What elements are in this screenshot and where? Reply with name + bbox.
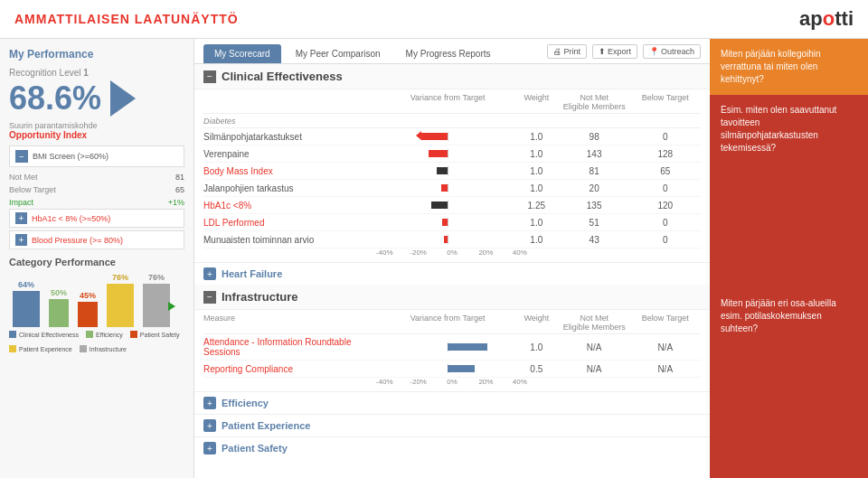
print-btn[interactable]: 🖨 Print <box>547 44 587 59</box>
table-row: Munuaisten toiminnan arvio 1.0 43 0 <box>203 231 701 248</box>
category-title: Category Performance <box>9 257 184 267</box>
top-bar: AMMATTILAISEN LAATUNÄYTTÖ apotti <box>0 0 868 39</box>
clinical-table: Variance from Target Weight Not MetEligi… <box>194 89 710 262</box>
not-met-row: Not Met 81 <box>9 171 184 183</box>
clinical-title: Clinical Effectiveness <box>222 70 343 83</box>
improvement-label: Suurin parantamiskohde <box>9 121 184 130</box>
efficiency-title: Efficiency <box>222 398 269 408</box>
callout-panel: Miten pärjään kollegoihin verrattuna tai… <box>710 39 868 478</box>
infrastructure-toggle[interactable]: − <box>203 291 216 304</box>
export-btn[interactable]: ⬆ Export <box>592 44 637 59</box>
impact-row: Impact +1% <box>9 196 184 209</box>
efficiency-section[interactable]: + Efficiency <box>194 391 710 414</box>
callout-bottom: Miten pärjään eri osa-alueilla esim. pot… <box>710 288 868 478</box>
performance-percent: 68.6% <box>9 80 184 117</box>
table-row: Attendance - Information Roundtable Sess… <box>203 334 701 361</box>
table-row: Jalanpohjien tarkastus 1.0 20 0 <box>203 180 701 197</box>
hba1c-plus-box: + HbA1c < 8% (>=50%) <box>9 209 184 228</box>
patient-experience-section[interactable]: + Patient Experience <box>194 414 710 436</box>
efficiency-toggle[interactable]: + <box>203 397 216 409</box>
clinical-section-header: − Clinical Effectiveness <box>194 64 710 89</box>
heart-failure-title: Heart Failure <box>222 268 282 279</box>
sidebar: My Performance Recognition Level 1 68.6%… <box>0 39 194 478</box>
print-icon: 🖨 <box>553 47 561 56</box>
axis-labels-clinical: -40% -20% 0% 20% 40% <box>203 248 537 257</box>
hba1c-plus-btn[interactable]: + <box>15 212 27 224</box>
infrastructure-table: Measure Variance from Target Weight Not … <box>194 310 710 391</box>
tabs-bar: My Scorecard My Peer Comparison My Progr… <box>194 39 710 64</box>
callout-middle: Esim. miten olen saavuttanut tavoitteen … <box>710 95 868 288</box>
table-row: Silmänpohjatarkastukset 1.0 98 0 <box>203 128 701 145</box>
table-row: Reporting Compliance 0.5 N/A N/A <box>203 361 701 378</box>
outreach-icon: 📍 <box>649 47 659 56</box>
hba1c-label: HbA1c < 8% (>=50%) <box>32 214 110 223</box>
category-chart: 64% 50% 45% 76% <box>9 273 184 352</box>
table-header: Variance from Target Weight Not MetEligi… <box>203 89 701 114</box>
export-icon: ⬆ <box>599 47 606 56</box>
tab-progress[interactable]: My Progress Reports <box>395 44 502 63</box>
sidebar-title: My Performance <box>9 48 184 61</box>
diabetes-subgroup-header: Diabetes <box>203 114 701 128</box>
bp-label: Blood Pressure (>= 80%) <box>32 236 123 245</box>
main-content: My Scorecard My Peer Comparison My Progr… <box>194 39 710 478</box>
clinical-toggle[interactable]: − <box>203 70 216 83</box>
clinical-effectiveness-section: − Clinical Effectiveness Variance from T… <box>194 64 710 285</box>
table-row: Verenpaine 1.0 143 128 <box>203 145 701 163</box>
recognition-label: Recognition Level 1 <box>9 68 184 78</box>
tab-scorecard[interactable]: My Scorecard <box>203 44 281 63</box>
improvement-value: Opportunity Index <box>9 130 184 140</box>
infrastructure-title: Infrastructure <box>222 290 298 304</box>
legend-efficiency: Efficiency <box>86 331 123 338</box>
infrastructure-section: − Infrastructure Measure Variance from T… <box>194 285 710 391</box>
legend-infrastructure: Infrastructure <box>80 345 127 352</box>
table-row: Body Mass Index 1.0 81 65 <box>203 163 701 180</box>
callout-top: Miten pärjään kollegoihin verrattuna tai… <box>710 39 868 95</box>
variance-arrow <box>416 131 421 140</box>
patient-safety-title: Patient Safety <box>222 443 288 454</box>
tab-actions: 🖨 Print ⬆ Export 📍 Outreach <box>547 44 701 63</box>
percent-arrow <box>110 80 136 117</box>
infra-table-header: Measure Variance from Target Weight Not … <box>203 310 701 334</box>
table-row: LDL Performed 1.0 51 0 <box>203 214 701 231</box>
legend-experience: Patient Experience <box>9 345 72 352</box>
page-title: AMMATTILAISEN LAATUNÄYTTÖ <box>14 12 239 26</box>
below-target-row: Below Target 65 <box>9 183 184 196</box>
heart-failure-section[interactable]: + Heart Failure <box>194 262 710 285</box>
tab-peer[interactable]: My Peer Comparison <box>285 44 392 63</box>
patient-safety-section[interactable]: + Patient Safety <box>194 436 710 459</box>
infrastructure-header: − Infrastructure <box>194 285 710 310</box>
patient-experience-toggle[interactable]: + <box>203 419 216 432</box>
legend-clinical: Clinical Effectiveness <box>9 331 79 338</box>
table-row: HbA1c <8% 1.25 135 120 <box>203 197 701 214</box>
outreach-btn[interactable]: 📍 Outreach <box>643 44 701 59</box>
apotti-logo: apotti <box>799 7 854 31</box>
heart-failure-toggle[interactable]: + <box>203 267 216 280</box>
bmi-label: BMI Screen (>=60%) <box>33 152 108 161</box>
bmi-toggle-btn[interactable]: − <box>15 150 28 163</box>
bp-plus-btn[interactable]: + <box>15 234 27 246</box>
bmi-metric-box: − BMI Screen (>=60%) <box>9 145 184 167</box>
legend-safety: Patient Safety <box>130 331 180 338</box>
axis-labels-infra: -40% -20% 0% 20% 40% <box>203 378 537 386</box>
bp-plus-box: + Blood Pressure (>= 80%) <box>9 230 184 249</box>
patient-experience-title: Patient Experience <box>222 420 310 431</box>
patient-safety-toggle[interactable]: + <box>203 442 216 455</box>
